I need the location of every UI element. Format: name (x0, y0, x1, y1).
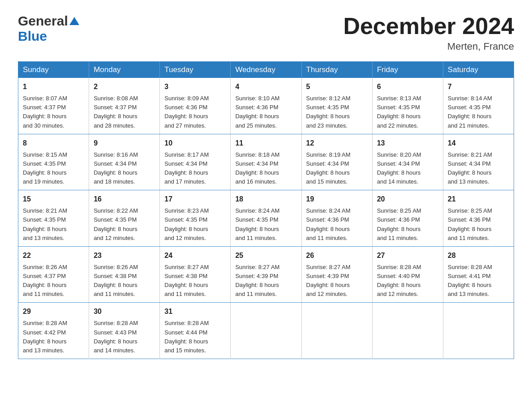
col-friday: Friday (372, 62, 443, 78)
day-number: 31 (164, 306, 226, 317)
day-number: 19 (306, 194, 368, 205)
day-info: Sunrise: 8:25 AM Sunset: 4:36 PM Dayligh… (377, 207, 421, 241)
day-info: Sunrise: 8:15 AM Sunset: 4:35 PM Dayligh… (23, 151, 67, 185)
table-row (301, 303, 372, 359)
table-row: 9 Sunrise: 8:16 AM Sunset: 4:34 PM Dayli… (89, 134, 160, 190)
calendar-week-2: 8 Sunrise: 8:15 AM Sunset: 4:35 PM Dayli… (18, 134, 514, 190)
day-info: Sunrise: 8:10 AM Sunset: 4:36 PM Dayligh… (235, 95, 279, 128)
table-row: 10 Sunrise: 8:17 AM Sunset: 4:34 PM Dayl… (160, 134, 231, 190)
day-number: 18 (235, 194, 296, 205)
day-info: Sunrise: 8:19 AM Sunset: 4:34 PM Dayligh… (306, 151, 351, 185)
table-row: 24 Sunrise: 8:27 AM Sunset: 4:38 PM Dayl… (160, 246, 231, 303)
table-row: 16 Sunrise: 8:22 AM Sunset: 4:35 PM Dayl… (89, 190, 160, 247)
table-row: 4 Sunrise: 8:10 AM Sunset: 4:36 PM Dayli… (231, 78, 301, 134)
day-number: 15 (23, 194, 84, 205)
day-info: Sunrise: 8:07 AM Sunset: 4:37 PM Dayligh… (23, 95, 67, 128)
calendar-week-5: 29 Sunrise: 8:28 AM Sunset: 4:42 PM Dayl… (18, 303, 514, 359)
logo: General Blue (18, 13, 79, 44)
day-number: 20 (377, 194, 438, 205)
day-info: Sunrise: 8:18 AM Sunset: 4:34 PM Dayligh… (235, 151, 279, 185)
table-row: 3 Sunrise: 8:09 AM Sunset: 4:36 PM Dayli… (160, 78, 231, 134)
table-row: 31 Sunrise: 8:28 AM Sunset: 4:44 PM Dayl… (160, 303, 231, 359)
day-number: 24 (164, 250, 226, 261)
logo-triangle-icon (69, 17, 79, 25)
day-info: Sunrise: 8:28 AM Sunset: 4:40 PM Dayligh… (377, 264, 421, 297)
logo-general-text: General (18, 13, 68, 29)
table-row (443, 303, 514, 359)
calendar-week-3: 15 Sunrise: 8:21 AM Sunset: 4:35 PM Dayl… (18, 190, 514, 247)
table-row: 8 Sunrise: 8:15 AM Sunset: 4:35 PM Dayli… (18, 134, 89, 190)
table-row (231, 303, 301, 359)
table-row (372, 303, 443, 359)
day-number: 4 (235, 81, 296, 92)
logo-blue-text: Blue (18, 29, 79, 44)
day-number: 2 (94, 81, 155, 92)
day-number: 6 (377, 81, 438, 92)
table-row: 6 Sunrise: 8:13 AM Sunset: 4:35 PM Dayli… (372, 78, 443, 134)
day-info: Sunrise: 8:28 AM Sunset: 4:42 PM Dayligh… (23, 320, 67, 353)
table-row: 11 Sunrise: 8:18 AM Sunset: 4:34 PM Dayl… (231, 134, 301, 190)
table-row: 20 Sunrise: 8:25 AM Sunset: 4:36 PM Dayl… (372, 190, 443, 247)
table-row: 1 Sunrise: 8:07 AM Sunset: 4:37 PM Dayli… (18, 78, 89, 134)
day-number: 29 (23, 306, 84, 317)
day-info: Sunrise: 8:14 AM Sunset: 4:35 PM Dayligh… (448, 95, 492, 128)
day-info: Sunrise: 8:28 AM Sunset: 4:41 PM Dayligh… (448, 264, 492, 297)
col-monday: Monday (89, 62, 160, 78)
day-info: Sunrise: 8:27 AM Sunset: 4:39 PM Dayligh… (235, 264, 279, 297)
table-row: 27 Sunrise: 8:28 AM Sunset: 4:40 PM Dayl… (372, 246, 443, 303)
table-row: 28 Sunrise: 8:28 AM Sunset: 4:41 PM Dayl… (443, 246, 514, 303)
day-info: Sunrise: 8:28 AM Sunset: 4:43 PM Dayligh… (94, 320, 138, 353)
day-number: 25 (235, 250, 296, 261)
day-info: Sunrise: 8:23 AM Sunset: 4:35 PM Dayligh… (164, 207, 209, 241)
day-number: 5 (306, 81, 368, 92)
table-row: 26 Sunrise: 8:27 AM Sunset: 4:39 PM Dayl… (301, 246, 372, 303)
table-row: 30 Sunrise: 8:28 AM Sunset: 4:43 PM Dayl… (89, 303, 160, 359)
day-number: 12 (306, 138, 368, 149)
col-saturday: Saturday (443, 62, 514, 78)
table-row: 29 Sunrise: 8:28 AM Sunset: 4:42 PM Dayl… (18, 303, 89, 359)
day-number: 23 (94, 250, 155, 261)
day-info: Sunrise: 8:27 AM Sunset: 4:39 PM Dayligh… (306, 264, 351, 297)
calendar-table: Sunday Monday Tuesday Wednesday Thursday… (18, 61, 514, 359)
day-info: Sunrise: 8:26 AM Sunset: 4:37 PM Dayligh… (23, 264, 67, 297)
day-number: 11 (235, 138, 296, 149)
table-row: 5 Sunrise: 8:12 AM Sunset: 4:35 PM Dayli… (301, 78, 372, 134)
day-number: 8 (23, 138, 84, 149)
day-info: Sunrise: 8:17 AM Sunset: 4:34 PM Dayligh… (164, 151, 209, 185)
table-row: 14 Sunrise: 8:21 AM Sunset: 4:34 PM Dayl… (443, 134, 514, 190)
day-info: Sunrise: 8:13 AM Sunset: 4:35 PM Dayligh… (377, 95, 421, 128)
day-number: 30 (94, 306, 155, 317)
location-label: Merten, France (343, 41, 514, 52)
table-row: 15 Sunrise: 8:21 AM Sunset: 4:35 PM Dayl… (18, 190, 89, 247)
col-sunday: Sunday (18, 62, 89, 78)
calendar-week-4: 22 Sunrise: 8:26 AM Sunset: 4:37 PM Dayl… (18, 246, 514, 303)
day-number: 9 (94, 138, 155, 149)
calendar-week-1: 1 Sunrise: 8:07 AM Sunset: 4:37 PM Dayli… (18, 78, 514, 134)
day-number: 17 (164, 194, 226, 205)
col-wednesday: Wednesday (231, 62, 301, 78)
day-number: 21 (448, 194, 509, 205)
page-header: General Blue December 2024 Merten, Franc… (18, 13, 514, 52)
day-number: 7 (448, 81, 509, 92)
day-number: 14 (448, 138, 509, 149)
title-section: December 2024 Merten, France (343, 13, 514, 52)
day-info: Sunrise: 8:24 AM Sunset: 4:35 PM Dayligh… (235, 207, 279, 241)
calendar-header-row: Sunday Monday Tuesday Wednesday Thursday… (18, 62, 514, 78)
day-number: 10 (164, 138, 226, 149)
day-number: 27 (377, 250, 438, 261)
table-row: 2 Sunrise: 8:08 AM Sunset: 4:37 PM Dayli… (89, 78, 160, 134)
day-number: 13 (377, 138, 438, 149)
table-row: 25 Sunrise: 8:27 AM Sunset: 4:39 PM Dayl… (231, 246, 301, 303)
table-row: 23 Sunrise: 8:26 AM Sunset: 4:38 PM Dayl… (89, 246, 160, 303)
table-row: 21 Sunrise: 8:25 AM Sunset: 4:36 PM Dayl… (443, 190, 514, 247)
day-info: Sunrise: 8:24 AM Sunset: 4:36 PM Dayligh… (306, 207, 351, 241)
day-number: 3 (164, 81, 226, 92)
table-row: 18 Sunrise: 8:24 AM Sunset: 4:35 PM Dayl… (231, 190, 301, 247)
day-number: 28 (448, 250, 509, 261)
day-info: Sunrise: 8:28 AM Sunset: 4:44 PM Dayligh… (164, 320, 209, 353)
col-tuesday: Tuesday (160, 62, 231, 78)
day-info: Sunrise: 8:27 AM Sunset: 4:38 PM Dayligh… (164, 264, 209, 297)
table-row: 13 Sunrise: 8:20 AM Sunset: 4:34 PM Dayl… (372, 134, 443, 190)
day-number: 26 (306, 250, 368, 261)
day-info: Sunrise: 8:22 AM Sunset: 4:35 PM Dayligh… (94, 207, 138, 241)
